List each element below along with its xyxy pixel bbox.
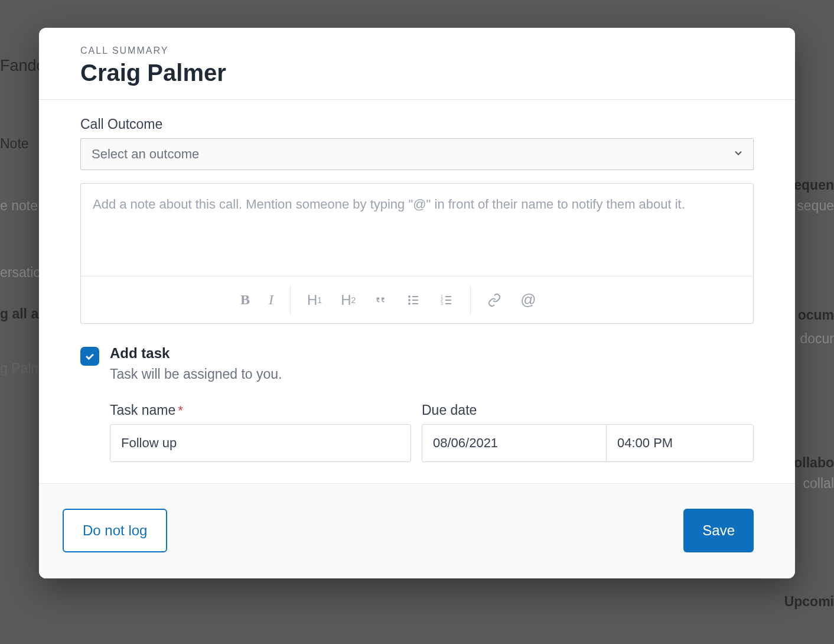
bg-text: ollabo bbox=[794, 455, 834, 471]
bg-text: ocum bbox=[798, 307, 834, 323]
bg-text: ersatio bbox=[0, 265, 41, 281]
bullet-list-icon[interactable] bbox=[406, 293, 421, 307]
modal-eyebrow: CALL SUMMARY bbox=[80, 45, 754, 56]
bg-text: Note bbox=[0, 136, 29, 152]
bg-text: seque bbox=[797, 198, 834, 214]
add-task-section: Add task Task will be assigned to you. T… bbox=[80, 345, 754, 462]
due-date-input[interactable] bbox=[422, 424, 606, 462]
note-editor: Add a note about this call. Mention some… bbox=[80, 183, 754, 324]
quote-icon[interactable] bbox=[374, 294, 387, 307]
heading1-icon[interactable]: H1 bbox=[307, 292, 322, 308]
check-icon bbox=[84, 350, 96, 362]
svg-text:3: 3 bbox=[441, 301, 443, 305]
bg-text: g all a bbox=[0, 306, 38, 322]
bg-text: docur bbox=[800, 331, 834, 347]
modal-header: CALL SUMMARY Craig Palmer bbox=[39, 28, 795, 100]
required-asterisk: * bbox=[178, 403, 183, 418]
heading2-icon[interactable]: H2 bbox=[341, 292, 356, 308]
svg-point-2 bbox=[409, 303, 410, 304]
call-summary-modal: CALL SUMMARY Craig Palmer Call Outcome S… bbox=[39, 28, 795, 578]
editor-toolbar: B I H1 H2 123 bbox=[81, 276, 753, 323]
modal-footer: Do not log Save bbox=[39, 483, 795, 578]
bg-text: Upcomi bbox=[784, 594, 834, 610]
svg-point-1 bbox=[409, 300, 410, 301]
svg-point-0 bbox=[409, 296, 410, 297]
add-task-label: Add task bbox=[110, 345, 754, 362]
note-textarea[interactable]: Add a note about this call. Mention some… bbox=[81, 184, 753, 276]
due-date-label: Due date bbox=[422, 402, 754, 418]
bold-icon[interactable]: B bbox=[240, 292, 250, 308]
modal-body: Call Outcome Select an outcome Add a not… bbox=[39, 100, 795, 483]
add-task-subtitle: Task will be assigned to you. bbox=[110, 366, 754, 382]
chevron-down-icon bbox=[732, 147, 744, 161]
do-not-log-button[interactable]: Do not log bbox=[63, 509, 167, 552]
call-outcome-select[interactable]: Select an outcome bbox=[80, 138, 754, 170]
call-outcome-label: Call Outcome bbox=[80, 116, 754, 132]
task-name-input[interactable] bbox=[110, 424, 411, 462]
task-name-label: Task name* bbox=[110, 402, 411, 418]
bg-text: e note bbox=[0, 198, 38, 214]
italic-icon[interactable]: I bbox=[269, 292, 273, 308]
link-icon[interactable] bbox=[487, 293, 501, 307]
save-button[interactable]: Save bbox=[683, 509, 754, 552]
modal-title: Craig Palmer bbox=[80, 60, 754, 86]
due-time-input[interactable] bbox=[606, 424, 754, 462]
bg-text: equen bbox=[794, 177, 834, 193]
add-task-checkbox[interactable] bbox=[80, 347, 99, 366]
mention-icon[interactable]: @ bbox=[520, 291, 536, 309]
bg-text: collal bbox=[803, 476, 834, 492]
ordered-list-icon[interactable]: 123 bbox=[439, 293, 454, 307]
call-outcome-placeholder: Select an outcome bbox=[92, 147, 199, 162]
